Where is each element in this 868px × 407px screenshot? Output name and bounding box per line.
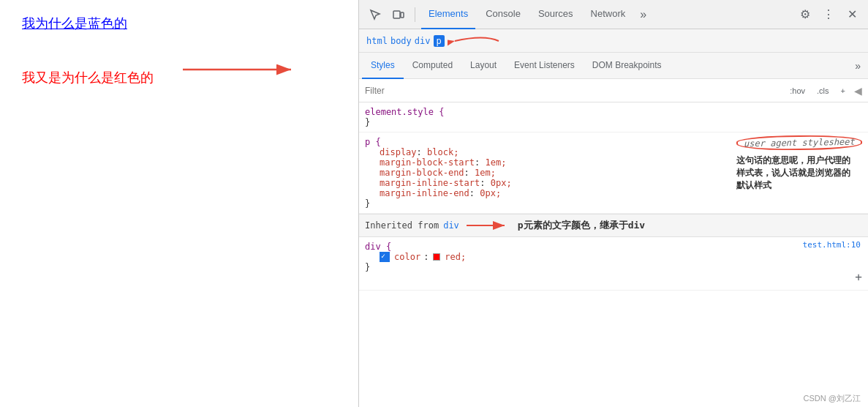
more-options-icon[interactable]: ⋮ [818,4,839,25]
add-style-btn[interactable]: + [838,85,848,97]
sub-tab-styles[interactable]: Styles [362,53,404,79]
inherited-header: Inherited from div p元素的文字颜色，继承于div [359,214,868,237]
svg-rect-3 [401,12,404,18]
breadcrumb-body[interactable]: body [390,36,412,46]
color-swatch-red[interactable] [433,253,440,261]
tab-elements[interactable]: Elements [421,0,475,29]
svg-rect-2 [393,11,400,18]
left-panel: 我为什么是蓝色的 我又是为什么是红色的 [0,0,358,407]
div-selector: div { [365,242,391,252]
element-style-rule: element.style { } [359,102,868,132]
breadcrumb-arrow [448,31,506,51]
element-style-selector: element.style { [365,107,444,117]
sub-tab-event-listeners[interactable]: Event Listeners [505,53,584,79]
inherited-from-div: div [443,220,459,231]
settings-icon[interactable]: ⚙ [795,4,815,25]
tab-sources[interactable]: Sources [531,0,581,29]
color-checkbox[interactable] [380,252,390,262]
toggle-styles-icon[interactable]: ◀ [854,85,862,97]
p-selector: p { [365,137,381,147]
device-toggle-icon[interactable] [388,4,409,25]
more-tabs-icon[interactable]: » [635,5,651,24]
cls-filter-btn[interactable]: .cls [814,85,832,97]
tab-network[interactable]: Network [584,0,633,29]
div-rule: div { color: red; } test.html:10 + [359,237,868,291]
red-text: 我又是为什么是红色的 [22,69,154,86]
breadcrumb-div[interactable]: div [415,36,431,46]
div-color-property: color: red; [365,252,862,262]
blue-link[interactable]: 我为什么是蓝色的 [22,15,127,32]
breadcrumb-html[interactable]: html [366,36,388,46]
toolbar-sep-1 [415,7,415,22]
red-arrow-right [183,59,300,81]
styles-content: element.style { } p { display: block; ma… [359,102,868,407]
devtools-panel: Elements Console Sources Network » ⚙ ⋮ ✕… [358,0,868,407]
devtools-toolbar: Elements Console Sources Network » ⚙ ⋮ ✕ [359,0,868,29]
filter-bar: :hov .cls + ◀ [359,79,868,102]
div-rule-origin[interactable]: test.html:10 [803,240,861,250]
sub-tabs: Styles Computed Layout Event Listeners D… [359,53,868,79]
filter-input[interactable] [365,86,787,96]
sub-tab-computed[interactable]: Computed [404,53,461,79]
p-rule: p { display: block; margin-block-start: … [359,132,868,214]
inherited-explanation: p元素的文字颜色，继承于div [518,219,645,232]
breadcrumb-bar: html body div p [359,29,868,53]
element-picker-icon[interactable] [365,4,385,25]
csdn-watermark: CSDN @刘乙江 [804,393,861,404]
uas-explanation: 这句话的意思呢，用户代理的样式表，说人话就是浏览器的默认样式 [736,154,853,191]
sub-tab-layout[interactable]: Layout [461,53,505,79]
tab-console[interactable]: Console [478,0,528,29]
more-sub-tabs-icon[interactable]: » [850,60,865,72]
hov-filter-btn[interactable]: :hov [787,85,808,97]
breadcrumb-p[interactable]: p [434,35,445,47]
add-property-btn[interactable]: + [855,270,862,284]
inherited-arrow [467,218,510,233]
uas-label: user agent stylesheet [736,135,862,152]
sub-tab-dom-breakpoints[interactable]: DOM Breakpoints [584,53,671,79]
close-devtools-icon[interactable]: ✕ [842,4,862,25]
